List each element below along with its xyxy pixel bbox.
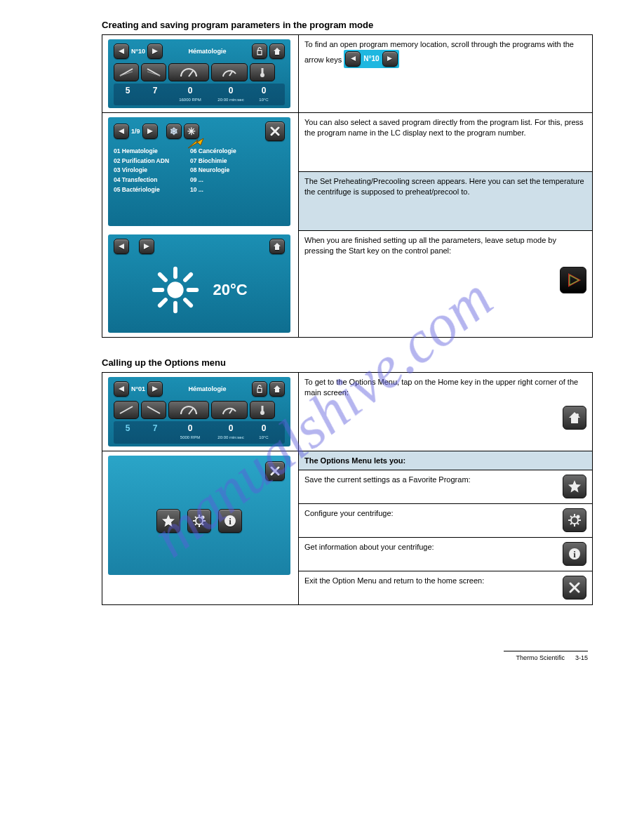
arrow-right-icon[interactable] — [147, 44, 163, 59]
home-icon[interactable] — [269, 239, 285, 254]
arrow-left-icon[interactable] — [114, 381, 129, 397]
list-item[interactable]: 07 Biochimie — [190, 157, 236, 166]
thumb-label: N°10 — [361, 54, 382, 64]
page-indicator: 1/9 — [131, 127, 140, 135]
close-icon[interactable] — [563, 576, 586, 600]
s1r3-right: When you are finished setting up all the… — [299, 230, 593, 338]
star-icon[interactable] — [156, 509, 180, 533]
unlock-icon[interactable] — [252, 381, 267, 397]
thumb-right-icon[interactable] — [382, 51, 398, 67]
s1r2-right2: The Set Preheating/Precooling screen app… — [299, 172, 593, 231]
info-icon[interactable]: i — [218, 509, 242, 533]
svg-line-1 — [229, 72, 232, 76]
svg-line-23 — [195, 517, 196, 518]
s1r2-right1: You can also select a saved program dire… — [299, 113, 593, 172]
svg-line-36 — [577, 523, 579, 524]
list-item[interactable]: 04 Transfection — [114, 176, 169, 185]
footer-brand: Thermo Scientific — [516, 654, 565, 661]
section2-title: Calling up the Options menu — [102, 357, 595, 368]
device-screen-5: i — [108, 456, 290, 575]
home-icon[interactable] — [269, 44, 285, 59]
list-item[interactable]: 10 ... — [190, 185, 236, 195]
val-time: 020:00 min:sec — [213, 423, 249, 440]
footer-page: 3-15 — [575, 654, 588, 661]
device-screen-4: N°01 Hématologie 5 7 05000 RPM 020:00 mi… — [108, 377, 290, 446]
val-decel: 7 — [142, 85, 168, 102]
s1r2-text1: You can also select a saved program dire… — [304, 118, 584, 137]
arrow-left-icon[interactable] — [114, 124, 129, 139]
accel-icon[interactable] — [114, 401, 139, 419]
gear-icon[interactable] — [187, 509, 211, 533]
list-item[interactable]: 01 Hematologie — [114, 147, 169, 157]
svg-line-24 — [202, 524, 203, 525]
speed-icon[interactable] — [168, 63, 209, 81]
svg-line-13 — [189, 409, 193, 414]
page-footer: Thermo Scientific 3-15 — [49, 647, 595, 661]
svg-rect-16 — [262, 406, 264, 412]
time-icon[interactable] — [211, 401, 248, 419]
list-item[interactable]: 05 Bactériologie — [114, 185, 169, 195]
s1r2-text2: The Set Preheating/Precooling screen app… — [304, 177, 584, 196]
program-list: 01 Hematologie 02 Purification ADN 03 Vi… — [114, 147, 285, 194]
val-time: 020:00 min:sec — [213, 85, 249, 102]
snowflake-icon[interactable]: ❄ — [166, 124, 182, 139]
s2r1-right: To get to the Options Menu, tap on the H… — [299, 373, 593, 451]
start-button-icon[interactable] — [560, 267, 586, 293]
s2r2-left: i — [102, 451, 299, 605]
option-item-2: Configure your centrifuge: — [299, 504, 593, 538]
section1-table: N°10 Hématologie 5 7 016000 RPM 020:00 m… — [102, 34, 593, 338]
home-icon[interactable] — [269, 381, 285, 397]
arrow-left-icon[interactable] — [114, 239, 129, 254]
temp-icon[interactable] — [250, 401, 275, 419]
decel-icon[interactable] — [141, 63, 166, 81]
svg-point-39 — [577, 515, 580, 519]
s2r2-header: The Options Menu lets you: — [299, 451, 593, 470]
svg-point-4 — [168, 282, 184, 298]
sun-large-icon — [151, 265, 200, 315]
program-name[interactable]: Hématologie — [165, 47, 250, 55]
device-screen-1: N°10 Hématologie 5 7 016000 RPM 020:00 m… — [108, 39, 290, 108]
arrow-right-icon[interactable] — [142, 124, 158, 139]
time-icon[interactable] — [211, 63, 248, 81]
accel-icon[interactable] — [114, 63, 139, 81]
svg-line-14 — [229, 409, 232, 413]
decel-icon[interactable] — [141, 401, 166, 419]
s1r2-left: 1/9 ❄ ✳ 01 Hematologie 02 Purification A… — [102, 113, 299, 231]
svg-line-12 — [160, 300, 166, 305]
device-screen-3: 20°C — [108, 234, 290, 333]
s1r3-left: 20°C — [102, 230, 299, 338]
home-icon[interactable] — [563, 406, 586, 430]
section2-table: N°01 Hématologie 5 7 05000 RPM 020:00 mi… — [102, 372, 593, 605]
list-item[interactable]: 09 ... — [190, 176, 236, 185]
svg-line-0 — [189, 71, 193, 77]
val-decel: 7 — [142, 423, 168, 440]
unlock-icon[interactable] — [252, 44, 267, 59]
s1r3-text: When you are finished setting up all the… — [304, 236, 556, 255]
list-item[interactable]: 02 Purification ADN — [114, 157, 169, 166]
program-nav-thumb: N°10 — [344, 50, 398, 68]
svg-line-9 — [160, 274, 166, 280]
list-item[interactable]: 03 Virologie — [114, 166, 169, 176]
temp-icon[interactable] — [250, 63, 275, 81]
svg-line-38 — [570, 523, 572, 524]
close-icon[interactable] — [265, 461, 285, 481]
speed-icon[interactable] — [168, 401, 209, 419]
option-item-1: Save the current settings as a Favorite … — [299, 470, 593, 504]
close-icon[interactable] — [265, 121, 285, 141]
svg-line-26 — [195, 524, 196, 525]
program-number: N°01 — [131, 385, 145, 393]
info-icon[interactable]: i — [563, 542, 586, 566]
val-accel: 5 — [115, 85, 140, 102]
star-icon[interactable] — [563, 475, 586, 498]
val-temp: 010°C — [251, 85, 276, 102]
program-name[interactable]: Hématologie — [165, 385, 250, 393]
arrow-right-icon[interactable] — [147, 381, 163, 397]
svg-line-11 — [185, 274, 191, 280]
svg-text:i: i — [229, 516, 232, 527]
device-screen-2: 1/9 ❄ ✳ 01 Hematologie 02 Purification A… — [108, 117, 290, 226]
arrow-right-icon[interactable] — [139, 239, 154, 254]
arrow-left-icon[interactable] — [114, 44, 129, 59]
list-item[interactable]: 08 Neurologie — [190, 166, 236, 176]
gear-icon[interactable] — [563, 508, 586, 532]
thumb-left-icon[interactable] — [345, 51, 361, 67]
